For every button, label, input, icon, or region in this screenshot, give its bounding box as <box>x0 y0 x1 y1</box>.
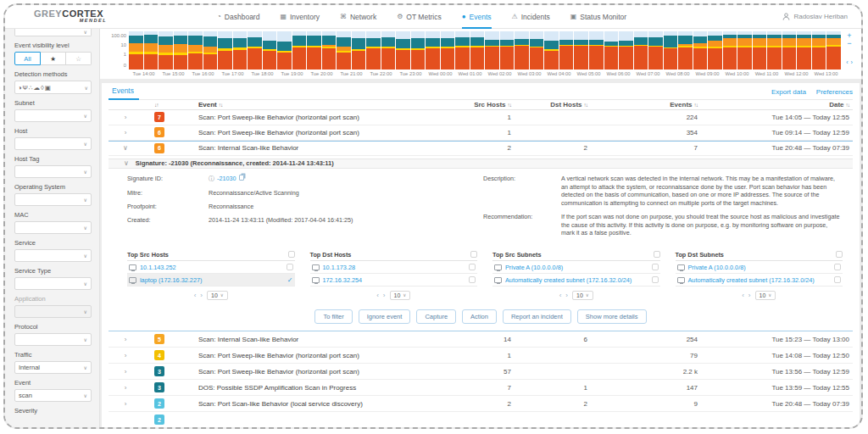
chart-bar[interactable] <box>619 31 633 70</box>
item-checkbox[interactable] <box>652 276 659 283</box>
filter-select-mac[interactable]: ∨ <box>14 221 92 234</box>
event-table-row[interactable]: ›2Scan: Port Scan-like Behavior (local s… <box>108 396 853 412</box>
sort-icon[interactable]: ↑↓ <box>219 102 223 108</box>
chart-bar[interactable] <box>337 31 351 70</box>
chart-bar[interactable] <box>352 31 366 70</box>
chart-bar[interactable] <box>826 31 841 70</box>
event-table-row[interactable]: ›3Scan: Port Sweep-like Behavior (horizo… <box>108 364 853 380</box>
chart-bar[interactable] <box>797 31 811 70</box>
sidebar-partial-select[interactable]: ∨ <box>14 29 92 36</box>
entity-link[interactable]: 172.16.32.254 <box>323 276 363 284</box>
show-more-details-button[interactable]: Show more details <box>577 309 647 324</box>
ignore-event-button[interactable]: Ignore event <box>359 309 411 324</box>
preferences-link[interactable]: Preferences <box>816 88 853 96</box>
entity-link[interactable]: Private A (10.0.0.0/8) <box>688 264 746 271</box>
chart-bar[interactable] <box>767 31 782 70</box>
nav-item-inventory[interactable]: ▦Inventory <box>280 5 320 29</box>
action-button[interactable]: Action <box>462 309 497 324</box>
filter-select-service-type[interactable]: ∨ <box>14 277 92 290</box>
filter-select-subnet[interactable]: ∨ <box>14 109 92 122</box>
chart-bar[interactable] <box>292 31 307 70</box>
page-size-select[interactable]: 10∨ <box>390 291 411 300</box>
chart-bar[interactable] <box>455 31 470 70</box>
expand-row-icon[interactable]: › <box>108 352 142 359</box>
chart-bar[interactable] <box>648 31 663 70</box>
signature-header[interactable]: ∨ Signature: -21030 (Reconnaissance, cre… <box>108 159 853 169</box>
nav-item-status-monitor[interactable]: ▣Status Monitor <box>570 5 626 29</box>
panel-item[interactable]: 172.16.32.254 <box>310 274 478 287</box>
item-checkbox[interactable] <box>652 264 659 270</box>
chart-bar[interactable] <box>233 31 248 70</box>
chart-bar[interactable] <box>366 31 381 70</box>
filter-select-host[interactable]: ∨ <box>14 137 92 150</box>
chart-bar[interactable] <box>441 31 455 70</box>
entity-link[interactable]: 10.1.143.252 <box>140 264 176 271</box>
column-dst-hosts[interactable]: Dst Hosts <box>550 101 581 108</box>
chart-bar[interactable] <box>693 31 708 70</box>
tab-events[interactable]: Events <box>108 86 139 100</box>
panel-item[interactable]: Private A (10.0.0.0/8) <box>676 261 843 274</box>
chart-bar[interactable] <box>634 31 648 70</box>
chart-bar[interactable] <box>678 31 693 70</box>
select-all-checkbox[interactable] <box>288 251 295 258</box>
chart-bar[interactable] <box>753 31 767 70</box>
chart-bar[interactable] <box>159 31 173 70</box>
chart-bar[interactable] <box>396 31 410 70</box>
nav-item-ot-metrics[interactable]: ⚙OT Metrics <box>397 5 442 29</box>
chart-bar[interactable] <box>470 31 485 70</box>
collapse-row-icon[interactable]: ∨ <box>108 144 142 152</box>
nav-item-incidents[interactable]: ⚠Incidents <box>512 5 550 29</box>
chart-bar[interactable] <box>812 31 826 70</box>
chart-bar[interactable] <box>500 31 515 70</box>
chart-bar[interactable] <box>248 31 262 70</box>
to-filter-button[interactable]: To filter <box>314 309 352 324</box>
filter-select-traffic[interactable]: Internal∨ <box>14 361 92 374</box>
visibility-option-[interactable]: ☆ <box>66 52 92 65</box>
event-table-row[interactable]: ∨6Scan: Internal Scan-like Behavior227Tu… <box>108 141 853 156</box>
chart-bar[interactable] <box>411 31 426 70</box>
event-table-row[interactable]: ›3DOS: Possible SSDP Amplification Scan … <box>108 380 853 396</box>
chart-bar[interactable] <box>307 31 321 70</box>
chart-bar[interactable] <box>708 31 722 70</box>
chart-bar[interactable] <box>322 31 337 70</box>
page-next-button[interactable]: › <box>200 292 203 299</box>
entity-link[interactable]: Automatically created subnet (172.16.32.… <box>505 276 632 284</box>
chart-bar[interactable] <box>277 31 292 70</box>
filter-select-operating-system[interactable]: ∨ <box>14 193 92 206</box>
chart-bar[interactable] <box>203 31 218 70</box>
page-prev-button[interactable]: ‹ <box>742 292 744 299</box>
filter-select-host-tag[interactable]: ∨ <box>14 165 92 178</box>
panel-item[interactable]: 10.1.143.252 <box>127 261 295 274</box>
expand-row-icon[interactable]: › <box>108 368 142 376</box>
item-checkbox[interactable] <box>469 276 476 283</box>
page-next-button[interactable]: › <box>748 292 751 299</box>
entity-link[interactable]: 10.1.173.28 <box>323 264 356 271</box>
item-checkbox[interactable] <box>287 264 293 270</box>
expand-row-icon[interactable]: › <box>108 400 142 408</box>
chart-bar[interactable] <box>782 31 797 70</box>
chart-bar[interactable] <box>381 31 396 70</box>
nav-item-dashboard[interactable]: ◔Dashboard <box>217 5 259 29</box>
chart-bar[interactable] <box>544 31 559 70</box>
event-table-row[interactable]: ›6Scan: Port Sweep-like Behavior (horizo… <box>108 125 853 141</box>
select-all-checkbox[interactable] <box>836 251 843 258</box>
chart-bar[interactable] <box>574 31 588 70</box>
severity-sort-icon[interactable]: ↓↑ <box>154 102 178 108</box>
panel-item[interactable]: 10.1.173.28 <box>310 261 478 274</box>
chart-bar[interactable] <box>559 31 574 70</box>
chart-bar[interactable] <box>530 31 544 70</box>
nav-item-network[interactable]: ⌘Network <box>340 5 376 29</box>
chart-bar[interactable] <box>604 31 619 70</box>
expand-row-icon[interactable]: › <box>108 336 142 343</box>
select-all-checkbox[interactable] <box>470 251 477 258</box>
item-checkbox[interactable] <box>469 264 476 270</box>
expand-row-icon[interactable]: › <box>108 384 142 392</box>
column-src-hosts[interactable]: Src Hosts <box>474 101 505 108</box>
chart-bar[interactable] <box>426 31 440 70</box>
expand-row-icon[interactable]: › <box>108 129 142 136</box>
chart-bar[interactable] <box>515 31 529 70</box>
chart-bar[interactable] <box>664 31 678 70</box>
page-size-select[interactable]: 10∨ <box>572 291 593 300</box>
chart-bar[interactable] <box>737 31 752 70</box>
visibility-option-all[interactable]: All <box>14 52 41 65</box>
